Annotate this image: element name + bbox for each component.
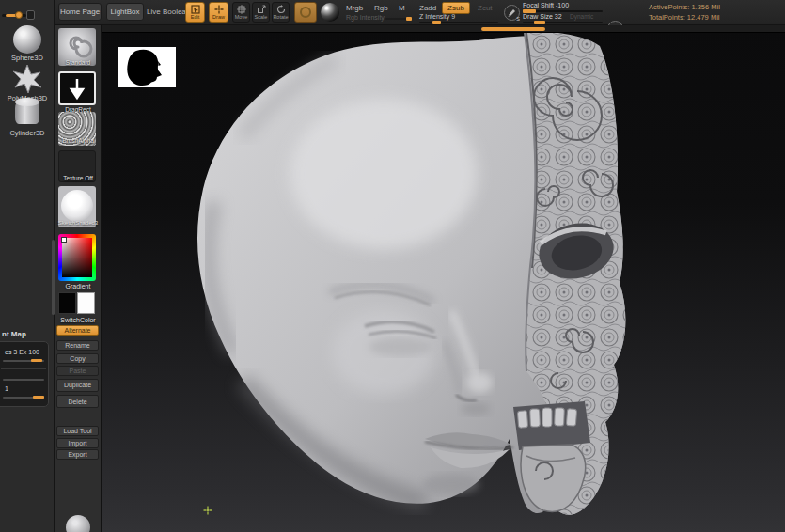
stroke-icon-letter: S [516, 16, 520, 22]
left-tool-palette: Sphere3D PolyMesh3D Cylinder3D nt Map es… [0, 0, 55, 532]
draw-size-handle[interactable] [534, 21, 545, 24]
live-boolean-button[interactable]: Live Boolean [147, 3, 190, 21]
move-icon [237, 5, 246, 14]
lightbox-button[interactable]: LightBox [106, 3, 144, 21]
sculpt-model[interactable] [102, 33, 785, 532]
canvas-top-strip [102, 25, 785, 33]
rotate-label: Rotate [273, 15, 288, 20]
z-intensity-handle[interactable] [432, 21, 441, 24]
top-toolbar: Home Page LightBox Live Boolean Edit Dra… [55, 0, 785, 25]
ring-icon [300, 7, 311, 18]
texture-name: Texture Off [55, 175, 101, 181]
rgb-intensity-slider-label[interactable]: Rgb Intensity [346, 14, 385, 21]
copy-button[interactable]: Copy [56, 353, 99, 364]
rotate-icon [276, 5, 286, 14]
cylinder-icon [15, 102, 39, 124]
stroke-pen-icon[interactable]: S [504, 5, 520, 21]
pivot-marker-icon [203, 506, 212, 515]
paste-button[interactable]: Paste [56, 366, 99, 376]
tool-label: Sphere3D [0, 54, 55, 62]
skull-teeth [513, 401, 590, 450]
edit-cursor-icon [191, 5, 200, 14]
alternate-button[interactable]: Alternate [56, 325, 99, 336]
export-button[interactable]: Export [56, 449, 99, 460]
rgb-toggle[interactable]: Rgb [374, 4, 388, 12]
home-page-button[interactable]: Home Page [58, 3, 102, 21]
map-section-header: nt Map [2, 330, 26, 338]
map-settings-panel: es 3 Ex 100 1 [0, 341, 49, 407]
scale-icon [257, 5, 266, 14]
material-preview-sphere[interactable] [321, 3, 339, 22]
tool-polymesh3d[interactable]: PolyMesh3D [0, 64, 55, 102]
import-button[interactable]: Import [56, 438, 99, 448]
move-label: Move [235, 15, 247, 20]
gradient-label: Gradient [55, 283, 101, 289]
left-tray: Standard DragRect BrushAlpha Texture Off… [55, 25, 102, 532]
drag-arrow-icon [60, 73, 94, 103]
z-intensity-slider-label[interactable]: Z Intensity 9 [419, 13, 455, 20]
draw-label: Draw [212, 15, 225, 20]
draw-size-slider-label[interactable]: Draw Size 32 [523, 13, 562, 20]
document-canvas[interactable] [102, 25, 785, 532]
panel-row1-label: es 3 Ex 100 [5, 349, 39, 355]
focal-shift-slider-label[interactable]: Focal Shift -100 [523, 2, 569, 8]
edit-label: Edit [191, 15, 199, 20]
mrgb-toggle[interactable]: Mrgb [346, 4, 363, 12]
zcut-toggle[interactable]: Zcut [478, 4, 493, 12]
panel-slider-3-handle[interactable] [33, 396, 44, 399]
material-sphere-icon [61, 190, 93, 222]
tool-sphere3d[interactable]: Sphere3D [0, 25, 55, 62]
total-points-stat: TotalPoints: 12.479 Mil [649, 12, 719, 23]
panel-divider [1, 368, 46, 369]
z-intensity-track[interactable] [419, 22, 498, 23]
scale-button[interactable]: Scale [252, 2, 270, 23]
dynamic-toggle[interactable]: Dynamic [570, 13, 593, 20]
panel-row3-label: 1 [5, 385, 8, 392]
m-toggle[interactable]: M [399, 4, 405, 12]
tool-cylinder3d[interactable]: Cylinder3D [0, 102, 55, 137]
draw-button[interactable]: Draw [209, 2, 228, 23]
color-picker-sv-area[interactable] [62, 238, 92, 277]
color-picker[interactable] [58, 234, 96, 281]
panel-slider-1-handle[interactable] [31, 359, 42, 362]
load-tool-button[interactable]: Load Tool [56, 426, 99, 436]
zbrush-app: Sphere3D PolyMesh3D Cylinder3D nt Map es… [0, 0, 785, 532]
palette-slider-value-box[interactable] [26, 10, 35, 20]
lightbox-divider-handle[interactable] [481, 27, 545, 31]
rgb-intensity-handle[interactable] [406, 17, 412, 21]
alpha-name: BrushAlpha [55, 137, 101, 144]
bottom-tool-sphere-icon[interactable] [66, 515, 90, 532]
main-color-swatch[interactable] [58, 292, 76, 314]
scale-label: Scale [255, 15, 268, 20]
draw-crosshair-icon [214, 5, 224, 14]
color-picker-marker [61, 237, 67, 243]
delete-button[interactable]: Delete [56, 395, 99, 408]
brush-name: Standard [55, 59, 101, 66]
active-points-stat: ActivePoints: 1.356 Mil [649, 2, 720, 12]
secondary-color-swatch[interactable] [77, 292, 95, 314]
tool-label: Cylinder3D [0, 129, 55, 137]
material-name: SketchShaded3 [55, 220, 101, 226]
palette-slider-handle[interactable] [15, 11, 23, 19]
edit-button[interactable]: Edit [185, 2, 205, 23]
panel-slider-2[interactable] [3, 379, 44, 381]
move-button[interactable]: Move [232, 2, 250, 23]
duplicate-button[interactable]: Duplicate [56, 379, 99, 392]
rename-button[interactable]: Rename [56, 340, 99, 351]
sphere-icon [13, 25, 41, 54]
star-icon [11, 64, 43, 94]
switch-color-label: SwitchColor [55, 317, 101, 323]
rotate-button[interactable]: Rotate [272, 2, 290, 23]
gyro-mode-button[interactable] [294, 2, 317, 23]
current-stroke-thumb[interactable] [58, 71, 96, 105]
zadd-toggle[interactable]: Zadd [419, 4, 436, 12]
tray-vertical-slider[interactable] [52, 240, 55, 315]
